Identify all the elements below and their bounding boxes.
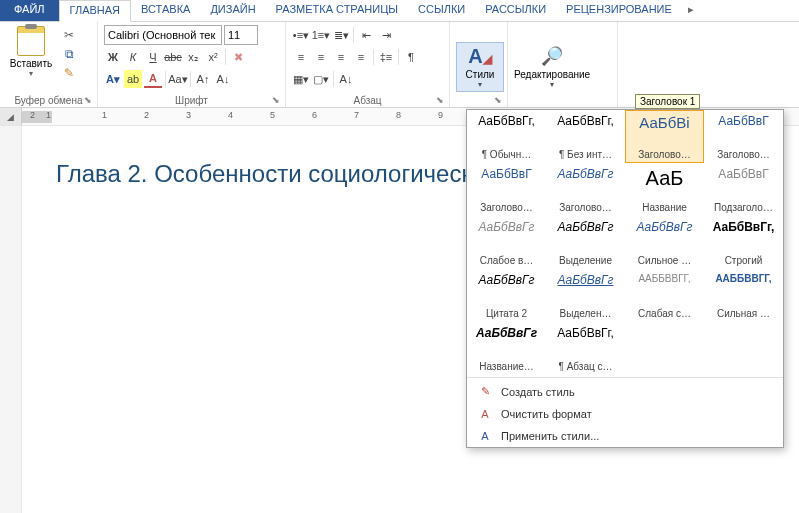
decrease-indent-button[interactable]: ⇤ bbox=[357, 26, 375, 44]
style-item[interactable]: АаБбВіЗаголово… bbox=[625, 110, 704, 163]
style-item[interactable]: ААББВВГГ,Слабая с… bbox=[625, 269, 704, 322]
line-spacing-button[interactable]: ‡≡ bbox=[377, 48, 395, 66]
style-item[interactable]: АаБбВвГгЗаголово… bbox=[546, 163, 625, 216]
format-painter-icon[interactable]: ✎ bbox=[60, 65, 78, 81]
style-tooltip: Заголовок 1 bbox=[635, 94, 700, 109]
cut-icon[interactable]: ✂ bbox=[60, 27, 78, 43]
align-left-button[interactable]: ≡ bbox=[292, 48, 310, 66]
tab-design[interactable]: ДИЗАЙН bbox=[200, 0, 265, 21]
command-icon: A bbox=[477, 430, 493, 442]
group-paragraph: •≡▾ 1≡▾ ≣▾ ⇤ ⇥ ≡ ≡ ≡ ≡ ‡≡ ¶ ▦▾ ▢▾ A↓ Абз… bbox=[286, 22, 450, 107]
bullets-button[interactable]: •≡▾ bbox=[292, 26, 310, 44]
tab-home[interactable]: ГЛАВНАЯ bbox=[59, 0, 131, 22]
align-right-button[interactable]: ≡ bbox=[332, 48, 350, 66]
style-name: Заголово… bbox=[707, 149, 780, 160]
style-name: Выделен… bbox=[549, 308, 622, 319]
style-name: Слабая с… bbox=[628, 308, 701, 319]
editing-button[interactable]: 🔎 Редактирование ▾ bbox=[514, 45, 590, 89]
subscript-button[interactable]: x₂ bbox=[184, 48, 202, 66]
show-marks-button[interactable]: ¶ bbox=[402, 48, 420, 66]
binoculars-icon: 🔎 bbox=[541, 45, 563, 67]
ruler-tick: 5 bbox=[270, 110, 275, 120]
group-editing: 🔎 Редактирование ▾ bbox=[508, 22, 618, 107]
style-preview: АаБбВвГг bbox=[558, 221, 614, 233]
style-item[interactable]: АаБбВвГгЦитата 2 bbox=[467, 269, 546, 322]
styles-gallery-button[interactable]: A◢ Стили ▾ bbox=[456, 42, 504, 92]
tab-references[interactable]: ССЫЛКИ bbox=[408, 0, 475, 21]
style-item[interactable]: АаБбВвГг,¶ Без инт… bbox=[546, 110, 625, 163]
font-size-select[interactable] bbox=[224, 25, 258, 45]
tab-mailings[interactable]: РАССЫЛКИ bbox=[475, 0, 556, 21]
chevron-down-icon: ▾ bbox=[29, 69, 33, 78]
paste-button[interactable]: Вставить ▾ bbox=[6, 24, 56, 90]
justify-button[interactable]: ≡ bbox=[352, 48, 370, 66]
style-item[interactable]: АаБбВвГЗаголово… bbox=[704, 110, 783, 163]
style-item[interactable]: АаБбВвГг,¶ Абзац с… bbox=[546, 322, 625, 375]
style-name: Строгий bbox=[707, 255, 780, 266]
paste-label: Вставить bbox=[10, 58, 52, 69]
command-icon: ✎ bbox=[477, 385, 493, 398]
gallery-command[interactable]: AОчистить формат bbox=[467, 403, 783, 425]
style-item[interactable]: АаБбВвГг,Строгий bbox=[704, 216, 783, 269]
dialog-launcher-icon[interactable]: ⬊ bbox=[84, 95, 94, 105]
superscript-button[interactable]: x² bbox=[204, 48, 222, 66]
tab-file[interactable]: ФАЙЛ bbox=[0, 0, 59, 21]
bold-button[interactable]: Ж bbox=[104, 48, 122, 66]
italic-button[interactable]: К bbox=[124, 48, 142, 66]
copy-icon[interactable]: ⧉ bbox=[60, 46, 78, 62]
style-item[interactable]: АаБбВвГгСильное … bbox=[625, 216, 704, 269]
style-item[interactable]: АаБбВвГгВыделен… bbox=[546, 269, 625, 322]
style-item[interactable]: АаБбВвГгСлабое в… bbox=[467, 216, 546, 269]
dialog-launcher-icon[interactable]: ⬊ bbox=[436, 95, 446, 105]
style-preview: АаБбВвГг, bbox=[478, 115, 535, 127]
sort-button[interactable]: A↓ bbox=[337, 70, 355, 88]
style-item[interactable]: ААББВВГГ,Сильная … bbox=[704, 269, 783, 322]
increase-indent-button[interactable]: ⇥ bbox=[377, 26, 395, 44]
vertical-ruler[interactable] bbox=[0, 126, 22, 513]
ruler-corner[interactable]: ◢ bbox=[0, 108, 22, 125]
change-case-button[interactable]: Aa▾ bbox=[169, 70, 187, 88]
style-name: Заголово… bbox=[549, 202, 622, 213]
tab-layout[interactable]: РАЗМЕТКА СТРАНИЦЫ bbox=[266, 0, 408, 21]
style-preview: АаБбВвГг, bbox=[557, 115, 614, 127]
style-item[interactable]: АаБбВвГгВыделение bbox=[546, 216, 625, 269]
shrink-font-button[interactable]: A↓ bbox=[214, 70, 232, 88]
strike-button[interactable]: abc bbox=[164, 48, 182, 66]
style-item[interactable]: АаБбВвГПодзаголо… bbox=[704, 163, 783, 216]
tab-overflow-icon[interactable]: ▸ bbox=[682, 0, 700, 21]
highlight-button[interactable]: ab bbox=[124, 70, 142, 88]
style-name: Цитата 2 bbox=[470, 308, 543, 319]
tab-insert[interactable]: ВСТАВКА bbox=[131, 0, 200, 21]
font-name-select[interactable] bbox=[104, 25, 222, 45]
style-item[interactable]: АаБНазвание bbox=[625, 163, 704, 216]
ruler-tick: 1 bbox=[102, 110, 107, 120]
shading-button[interactable]: ▦▾ bbox=[292, 70, 310, 88]
dialog-launcher-icon[interactable]: ⬊ bbox=[272, 95, 282, 105]
style-name: ¶ Без инт… bbox=[549, 149, 622, 160]
align-center-button[interactable]: ≡ bbox=[312, 48, 330, 66]
dialog-launcher-icon[interactable]: ⬊ bbox=[494, 95, 504, 105]
style-preview: АаБ bbox=[646, 168, 684, 188]
underline-button[interactable]: Ч bbox=[144, 48, 162, 66]
numbering-button[interactable]: 1≡▾ bbox=[312, 26, 330, 44]
grow-font-button[interactable]: A↑ bbox=[194, 70, 212, 88]
command-icon: A bbox=[477, 408, 493, 420]
group-styles: A◢ Стили ▾ ⬊ bbox=[450, 22, 508, 107]
clear-format-icon[interactable]: ✖ bbox=[229, 48, 247, 66]
style-preview: ААББВВГГ, bbox=[715, 274, 771, 284]
style-item[interactable]: АаБбВвГЗаголово… bbox=[467, 163, 546, 216]
gallery-command[interactable]: ✎Создать стиль bbox=[467, 380, 783, 403]
borders-button[interactable]: ▢▾ bbox=[312, 70, 330, 88]
style-name: Слабое в… bbox=[470, 255, 543, 266]
text-effects-button[interactable]: A▾ bbox=[104, 70, 122, 88]
multilevel-button[interactable]: ≣▾ bbox=[332, 26, 350, 44]
gallery-command[interactable]: AПрименить стили... bbox=[467, 425, 783, 447]
tab-review[interactable]: РЕЦЕНЗИРОВАНИЕ bbox=[556, 0, 682, 21]
group-label-font: Шрифт bbox=[98, 95, 285, 106]
style-item[interactable]: АаБбВвГг,¶ Обычн… bbox=[467, 110, 546, 163]
style-item[interactable]: АаБбВвГгНазвание… bbox=[467, 322, 546, 375]
font-color-button[interactable]: A bbox=[144, 70, 162, 88]
style-name: Выделение bbox=[549, 255, 622, 266]
style-preview: АаБбВвГг bbox=[479, 221, 535, 233]
style-name: ¶ Абзац с… bbox=[549, 361, 622, 372]
